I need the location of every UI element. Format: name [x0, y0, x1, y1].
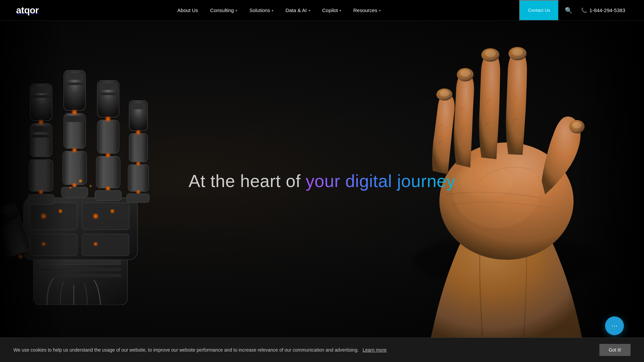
chat-icon: ···: [611, 321, 618, 330]
svg-rect-52: [128, 165, 149, 191]
svg-rect-34: [65, 116, 84, 122]
nav-label-copilot: Copilot: [322, 7, 338, 13]
nav-link-copilot[interactable]: Copilot ▾: [316, 0, 347, 21]
svg-point-36: [72, 148, 77, 153]
svg-rect-7: [30, 234, 77, 256]
svg-point-12: [111, 209, 114, 213]
chevron-down-icon: ▾: [309, 9, 310, 12]
chevron-down-icon: ▾: [379, 9, 381, 12]
hero-section: At the heart of your digital journey: [0, 0, 644, 362]
cookie-banner: We use cookies to help us understand the…: [0, 338, 644, 362]
svg-rect-49: [130, 103, 146, 109]
svg-rect-50: [129, 133, 148, 162]
nav-link-about[interactable]: About Us: [171, 0, 204, 21]
nav-item-solutions: Solutions ▾: [243, 0, 279, 21]
svg-rect-42: [97, 120, 119, 154]
svg-point-65: [460, 69, 470, 77]
cookie-message: We use cookies to help us understand the…: [13, 347, 593, 354]
nav-item-resources: Resources ▾: [347, 0, 387, 21]
svg-point-9: [41, 214, 46, 219]
chat-bubble[interactable]: ···: [605, 316, 624, 335]
svg-rect-8: [82, 234, 129, 256]
svg-rect-31: [65, 82, 84, 85]
nav-item-about: About Us: [171, 0, 204, 21]
contact-us-button[interactable]: Contact Us: [519, 0, 559, 21]
chevron-down-icon: ▾: [235, 9, 237, 12]
cookie-learn-more-link[interactable]: Learn more: [363, 347, 387, 353]
nav-right-actions: Contact Us 🔍 📞 1-844-294-5383: [519, 0, 628, 21]
svg-point-58: [90, 185, 92, 187]
svg-rect-24: [32, 135, 50, 137]
svg-point-63: [440, 90, 449, 97]
nav-label-data-ai: Data & AI: [285, 7, 307, 13]
main-navigation: atqor About Us Consulting ▾ Solutions ▾ …: [0, 0, 644, 21]
svg-rect-44: [96, 156, 120, 188]
svg-point-69: [512, 48, 523, 56]
nav-item-consulting: Consulting ▾: [204, 0, 244, 21]
svg-point-14: [94, 242, 98, 246]
phone-icon: 📞: [581, 7, 587, 13]
hero-headline-start: At the heart of: [189, 171, 306, 191]
svg-rect-3: [40, 274, 121, 277]
search-button[interactable]: 🔍: [561, 7, 576, 14]
phone-link[interactable]: 📞 1-844-294-5383: [578, 7, 628, 13]
svg-rect-26: [29, 160, 53, 191]
nav-label-about: About Us: [177, 7, 198, 13]
nav-label-solutions: Solutions: [249, 7, 270, 13]
nav-link-solutions[interactable]: Solutions ▾: [243, 0, 279, 21]
robot-hand-image: [0, 17, 241, 318]
svg-point-43: [105, 116, 111, 122]
brand-logo: atqor: [16, 5, 39, 15]
nav-link-consulting[interactable]: Consulting ▾: [204, 0, 244, 21]
svg-point-71: [572, 122, 582, 128]
svg-point-51: [136, 130, 141, 135]
hero-headline-highlight: your digital journey: [306, 171, 455, 191]
hero-text-block: At the heart of your digital journey: [189, 171, 455, 191]
nav-link-resources[interactable]: Resources ▾: [347, 0, 387, 21]
svg-point-13: [42, 242, 46, 246]
nav-item-data-ai: Data & AI ▾: [279, 0, 316, 21]
svg-rect-28: [28, 194, 54, 204]
svg-point-54: [136, 190, 140, 194]
svg-rect-5: [30, 203, 77, 230]
svg-rect-2: [40, 268, 121, 271]
svg-rect-55: [127, 194, 149, 202]
svg-point-27: [39, 190, 43, 194]
svg-point-11: [93, 214, 98, 219]
nav-label-consulting: Consulting: [210, 7, 234, 13]
svg-point-53: [136, 162, 140, 166]
svg-rect-21: [32, 95, 50, 98]
nav-item-copilot: Copilot ▾: [316, 0, 347, 21]
phone-number: 1-844-294-5383: [589, 7, 625, 13]
svg-point-72: [460, 164, 513, 198]
svg-rect-30: [65, 73, 84, 80]
svg-rect-35: [63, 151, 87, 185]
svg-rect-23: [32, 126, 50, 132]
cookie-got-it-button[interactable]: Got it!: [599, 344, 631, 356]
hero-headline: At the heart of your digital journey: [189, 171, 455, 191]
logo-link[interactable]: atqor: [16, 5, 39, 16]
svg-rect-20: [32, 86, 50, 93]
svg-rect-40: [99, 83, 117, 90]
svg-rect-47: [95, 190, 121, 200]
chevron-down-icon: ▾: [272, 9, 273, 12]
svg-point-67: [485, 50, 496, 57]
nav-links-list: About Us Consulting ▾ Solutions ▾ Data &…: [171, 0, 387, 21]
svg-point-56: [79, 180, 82, 182]
svg-point-18: [17, 254, 23, 260]
chevron-down-icon: ▾: [339, 9, 341, 12]
svg-point-25: [38, 120, 44, 125]
svg-rect-41: [99, 93, 117, 95]
nav-label-resources: Resources: [353, 7, 377, 13]
svg-point-45: [106, 153, 110, 158]
search-icon: 🔍: [565, 7, 572, 14]
svg-rect-38: [61, 187, 88, 197]
svg-point-57: [69, 187, 71, 189]
svg-point-10: [59, 209, 62, 213]
svg-point-33: [72, 110, 77, 115]
svg-rect-6: [82, 203, 129, 230]
nav-link-data-ai[interactable]: Data & AI ▾: [279, 0, 316, 21]
